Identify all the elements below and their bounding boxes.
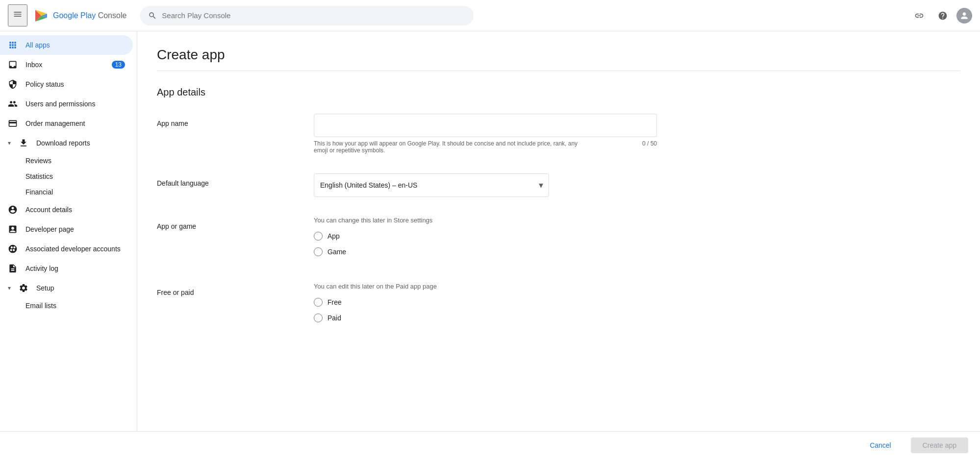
expand-icon: ▾	[8, 140, 11, 146]
sidebar-item-associated-accounts[interactable]: Associated developer accounts	[0, 239, 133, 259]
sidebar-item-developer-page[interactable]: Developer page	[0, 219, 133, 239]
radio-app-option[interactable]: App	[314, 232, 657, 241]
sidebar-item-policy-status[interactable]: Policy status	[0, 74, 133, 94]
developer-page-label: Developer page	[25, 225, 74, 233]
radio-app-input[interactable]	[314, 232, 323, 241]
app-name-help-row: This is how your app will appear on Goog…	[314, 140, 657, 154]
account-details-label: Account details	[25, 206, 72, 214]
sidebar-item-account-details[interactable]: Account details	[0, 200, 133, 219]
section-title: App details	[157, 87, 960, 98]
sidebar-item-inbox[interactable]: Inbox 13	[0, 55, 133, 74]
radio-paid-label: Paid	[327, 314, 341, 322]
download-icon	[19, 138, 28, 148]
free-or-paid-row: Free or paid You can edit this later on …	[157, 283, 960, 329]
radio-game-label: Game	[327, 248, 346, 256]
sidebar-item-reviews[interactable]: Reviews	[0, 153, 137, 169]
sidebar-item-setup[interactable]: ▾ Setup	[0, 278, 133, 298]
logo[interactable]: Google Play Console	[33, 8, 126, 24]
sidebar-item-email-lists[interactable]: Email lists	[0, 298, 137, 314]
cancel-button[interactable]: Cancel	[858, 437, 903, 453]
radio-game-option[interactable]: Game	[314, 247, 657, 256]
radio-free-input[interactable]	[314, 298, 323, 307]
sidebar-item-all-apps[interactable]: All apps	[0, 35, 133, 55]
link-button[interactable]	[909, 6, 929, 25]
default-language-field: English (United States) – en-US ▾	[314, 173, 657, 197]
radio-app-label: App	[327, 232, 340, 240]
app-name-label: App name	[157, 114, 294, 127]
all-apps-label: All apps	[25, 41, 50, 49]
radio-game-input[interactable]	[314, 247, 323, 256]
avatar[interactable]	[956, 8, 972, 24]
header: Google Play Console	[0, 0, 980, 31]
radio-paid-option[interactable]: Paid	[314, 314, 657, 322]
account-icon	[8, 205, 18, 215]
app-name-field: This is how your app will appear on Goog…	[314, 114, 657, 154]
order-management-label: Order management	[25, 120, 85, 127]
app-name-count: 0 / 50	[642, 140, 657, 154]
header-actions	[909, 6, 972, 25]
sidebar: All apps Inbox 13 Policy status Users an…	[0, 31, 137, 431]
shield-icon	[8, 79, 18, 89]
radio-free-label: Free	[327, 298, 342, 306]
search-icon	[148, 11, 157, 20]
sidebar-item-financial[interactable]: Financial	[0, 184, 137, 200]
free-or-paid-field: You can edit this later on the Paid app …	[314, 283, 657, 329]
free-or-paid-sublabel: You can edit this later on the Paid app …	[314, 283, 657, 290]
app-or-game-field: You can change this later in Store setti…	[314, 217, 657, 263]
create-app-button[interactable]: Create app	[911, 437, 968, 453]
setup-label: Setup	[36, 284, 54, 292]
radio-free-option[interactable]: Free	[314, 298, 657, 307]
grid-icon	[8, 40, 18, 50]
activity-log-icon	[8, 264, 18, 273]
app-name-row: App name This is how your app will appea…	[157, 114, 960, 154]
credit-card-icon	[8, 119, 18, 128]
setup-gear-icon	[19, 283, 28, 293]
help-button[interactable]	[933, 6, 953, 25]
app-name-help-text: This is how your app will appear on Goog…	[314, 140, 588, 154]
users-permissions-label: Users and permissions	[25, 100, 95, 108]
activity-log-label: Activity log	[25, 265, 58, 272]
policy-status-label: Policy status	[25, 80, 64, 88]
language-select[interactable]: English (United States) – en-US	[314, 173, 549, 197]
sidebar-item-statistics[interactable]: Statistics	[0, 169, 137, 184]
free-or-paid-label: Free or paid	[157, 283, 294, 296]
inbox-badge: 13	[112, 61, 125, 69]
expand-icon-setup: ▾	[8, 285, 11, 291]
page-title: Create app	[157, 47, 960, 63]
radio-paid-input[interactable]	[314, 314, 323, 322]
search-input[interactable]	[162, 11, 466, 20]
menu-button[interactable]	[8, 4, 27, 26]
main-content: Create app App details App name This is …	[137, 31, 980, 431]
app-name-input[interactable]	[314, 114, 657, 137]
sidebar-item-download-reports[interactable]: ▾ Download reports	[0, 133, 133, 153]
divider	[157, 71, 960, 71]
app-or-game-sublabel: You can change this later in Store setti…	[314, 217, 657, 224]
layout: All apps Inbox 13 Policy status Users an…	[0, 31, 980, 431]
associated-accounts-label: Associated developer accounts	[25, 245, 121, 253]
app-or-game-row: App or game You can change this later in…	[157, 217, 960, 263]
search-bar[interactable]	[140, 6, 474, 25]
logo-text: Google Play Console	[53, 11, 126, 20]
people-icon	[8, 99, 18, 109]
download-reports-label: Download reports	[36, 139, 90, 147]
inbox-label: Inbox	[25, 61, 42, 69]
sidebar-item-users-permissions[interactable]: Users and permissions	[0, 94, 133, 114]
app-or-game-label: App or game	[157, 217, 294, 230]
default-language-row: Default language English (United States)…	[157, 173, 960, 197]
sidebar-item-order-management[interactable]: Order management	[0, 114, 133, 133]
link-accounts-icon	[8, 244, 18, 254]
default-language-label: Default language	[157, 173, 294, 187]
sidebar-item-activity-log[interactable]: Activity log	[0, 259, 133, 278]
footer: Cancel Create app	[0, 431, 980, 459]
language-select-wrapper: English (United States) – en-US ▾	[314, 173, 549, 197]
developer-icon	[8, 224, 18, 234]
inbox-icon	[8, 60, 18, 70]
